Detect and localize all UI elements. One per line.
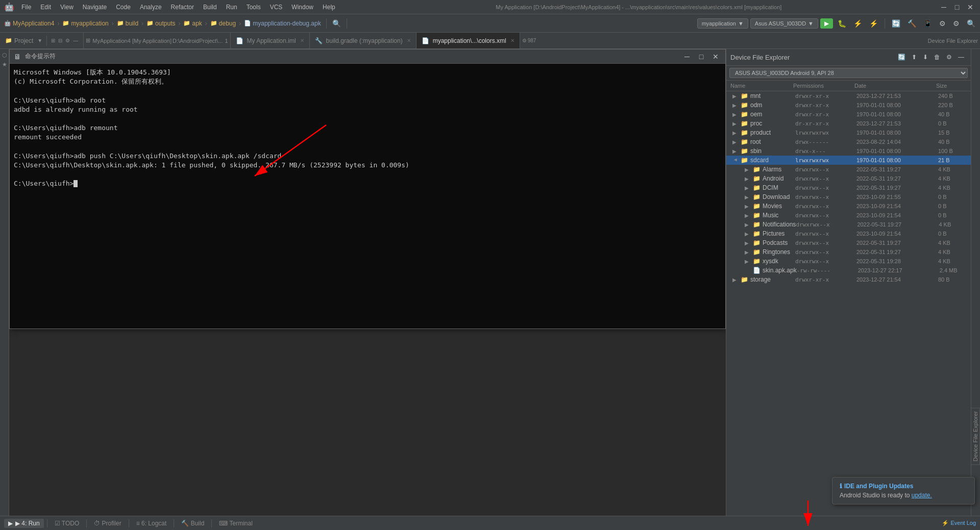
breadcrumb-build[interactable]: 📁 build (115, 19, 140, 28)
tree-item-movies[interactable]: ▶ 📁 Movies drwxrwx--x 2023-10-09 21:54 0… (726, 201, 971, 211)
tree-item-alarms[interactable]: ▶ 📁 Alarms drwxrwx--x 2022-05-31 19:27 4… (726, 165, 971, 174)
device-file-explorer-label[interactable]: Device File Explorer (971, 408, 980, 465)
run-button[interactable]: ▶ (820, 18, 833, 29)
menu-tools[interactable]: Tools (242, 3, 265, 12)
search-button[interactable]: 🔍 (964, 18, 978, 29)
menu-edit[interactable]: Edit (36, 3, 55, 12)
tab-colors-xml[interactable]: 📄 myapplication\...\colors.xml ✕ (416, 33, 520, 48)
maximize-button[interactable]: □ (951, 2, 963, 13)
tree-item-podcasts[interactable]: ▶ 📁 Podcasts drwxrwx--x 2022-05-31 19:27… (726, 238, 971, 247)
tree-name-Notifications: ▶ 📁 Notifications (728, 221, 796, 228)
breadcrumb-apkfile[interactable]: 📄 myapplication-debug.apk (242, 19, 323, 28)
menu-navigate[interactable]: Navigate (79, 3, 111, 12)
menu-view[interactable]: View (56, 3, 78, 12)
size-sdcard: 21 B (938, 157, 969, 163)
sidebar-icon-build[interactable]: ⬡ (1, 51, 9, 59)
tab-terminal[interactable]: ⌨ Terminal (215, 519, 256, 528)
tree-item-notifications[interactable]: ▶ 📁 Notifications drwxrwx--x 2022-05-31 … (726, 220, 971, 229)
menu-run[interactable]: Run (222, 3, 241, 12)
tree-arrow: ▶ (745, 176, 751, 182)
panel-settings[interactable]: ⚙ (944, 52, 954, 62)
terminal-content[interactable]: Microsoft Windows [版本 10.0.19045.3693] (… (10, 64, 725, 329)
tab-logcat[interactable]: ≡ 6: Logcat (132, 519, 171, 528)
size-product: 15 B (938, 130, 969, 136)
tab-profiler[interactable]: ⏱ Profiler (90, 519, 125, 528)
tab-run[interactable]: ▶ ▶ 4: Run (4, 519, 44, 528)
close-tab-iml[interactable]: ✕ (300, 38, 304, 43)
tree-item-dcim[interactable]: ▶ 📁 DCIM drwxrwx--x 2022-05-31 19:27 4 K… (726, 183, 971, 192)
tree-item-sbin[interactable]: ▶ 📁 sbin drwx-x--- 1970-01-01 08:00 100 … (726, 146, 971, 156)
sync-button[interactable]: 🔄 (889, 18, 903, 29)
tree-item-oem[interactable]: ▶ 📁 oem drwxr-xr-x 1970-01-01 08:00 40 B (726, 110, 971, 119)
terminal-maximize[interactable]: □ (696, 51, 707, 62)
tab-build[interactable]: 🔨 Build (177, 519, 208, 528)
settings-button[interactable]: ⚙ (950, 18, 962, 29)
menu-help[interactable]: Help (318, 3, 339, 12)
tree-item-sdcard[interactable]: ▼ 📁 sdcard lrwxrwxrwx 1970-01-01 08:00 2… (726, 156, 971, 165)
gradle-sync-button[interactable]: 🔨 (905, 18, 919, 29)
delete-button[interactable]: 🗑 (932, 52, 943, 62)
tree-item-music[interactable]: ▶ 📁 Music drwxrwx--x 2023-10-09 21:54 0 … (726, 211, 971, 220)
minimize-button[interactable]: ─ (938, 2, 949, 13)
search-everywhere-button[interactable]: 🔍 (330, 18, 344, 29)
file-tree-header: Name Permissions Date Size (726, 81, 971, 91)
date-oem: 1970-01-01 08:00 (856, 111, 938, 117)
close-button[interactable]: ✕ (965, 2, 976, 13)
tree-item-skin-apk-apk[interactable]: 📄 skin.apk.apk -rw-rw---- 2023-12-27 22:… (726, 266, 971, 275)
tree-item-product[interactable]: ▶ 📁 product lrwxrwxrwx 1970-01-01 08:00 … (726, 128, 971, 137)
tree-item-odm[interactable]: ▶ 📁 odm drwxr-xr-x 1970-01-01 08:00 220 … (726, 100, 971, 110)
update-link[interactable]: update. (912, 492, 932, 499)
menu-build[interactable]: Build (199, 3, 221, 12)
tree-item-download[interactable]: ▶ 📁 Download drwxrwx--x 2023-10-09 21:55… (726, 192, 971, 201)
avd-manager-button[interactable]: 📱 (921, 18, 935, 29)
close-tab-colors[interactable]: ✕ (510, 38, 514, 43)
tree-arrow: ▶ (732, 121, 739, 127)
menu-refactor[interactable]: Refactor (167, 3, 198, 12)
size-Android: 4 KB (938, 175, 969, 182)
tab-build-gradle[interactable]: 🔧 build.gradle (:myapplication) ✕ (310, 33, 416, 48)
profile-button[interactable]: ⚡ (851, 18, 865, 29)
app-config-dropdown[interactable]: myapplication ▼ (697, 18, 748, 29)
terminal-minimize[interactable]: ─ (681, 51, 693, 62)
device-dropdown[interactable]: Asus ASUS_I003DD ▼ (750, 18, 818, 29)
apply-changes-button[interactable]: ⚡ (867, 18, 880, 29)
tab-application-iml[interactable]: 📄 My Application.iml ✕ (231, 33, 310, 48)
sdk-manager-button[interactable]: ⚙ (937, 18, 948, 29)
menu-window[interactable]: Window (287, 3, 317, 12)
tree-item-android[interactable]: ▶ 📁 Android drwxrwx--x 2022-05-31 19:27 … (726, 174, 971, 183)
menu-file[interactable]: File (17, 3, 35, 12)
folder-icon: 📁 (753, 203, 761, 210)
tree-item-storage[interactable]: ▶ 📁 storage drwxr-xr-x 2023-12-27 21:54 … (726, 275, 971, 284)
menu-analyze[interactable]: Analyze (136, 3, 166, 12)
breadcrumb-apk[interactable]: 📁 apk (181, 19, 204, 28)
tree-item-pictures[interactable]: ▶ 📁 Pictures drwxrwx--x 2023-10-09 21:54… (726, 229, 971, 238)
breadcrumb-outputs[interactable]: 📁 outputs (144, 19, 177, 28)
tree-item-xysdk[interactable]: ▶ 📁 xysdk drwxrwx--x 2022-05-31 19:28 4 … (726, 257, 971, 266)
debug-button[interactable]: 🐛 (835, 18, 849, 29)
breadcrumb: 🤖 MyApplication4 › 📁 myapplication › 📁 b… (2, 19, 323, 28)
tree-item-ringtones[interactable]: ▶ 📁 Ringtones drwxrwx--x 2022-05-31 19:2… (726, 247, 971, 257)
tab-project[interactable]: 📁 Project ▼ ⊞ ⊟ ⚙ — (0, 33, 84, 48)
refresh-button[interactable]: 🔄 (895, 52, 908, 62)
upload-button[interactable]: ⬆ (909, 52, 919, 62)
terminal-title: 命令提示符 (25, 52, 681, 61)
sidebar-icon-favorites[interactable]: ★ (1, 60, 9, 68)
tree-item-proc[interactable]: ▶ 📁 proc dr-xr-xr-x 2023-12-27 21:53 0 B (726, 119, 971, 128)
date-Download: 2023-10-09 21:55 (856, 194, 938, 200)
close-tab-gradle[interactable]: ✕ (407, 38, 411, 43)
breadcrumb-app[interactable]: 🤖 MyApplication4 (2, 19, 56, 28)
tab-todo[interactable]: ☑ TODO (51, 519, 84, 528)
date-DCIM: 2022-05-31 19:27 (856, 185, 938, 191)
tree-item-root[interactable]: ▶ 📁 root drwx------ 2023-08-22 14:04 40 … (726, 137, 971, 146)
device-select[interactable]: ASUS ASUS_I003DD Android 9, API 28 (729, 68, 968, 78)
breadcrumb-module[interactable]: 📁 myapplication (60, 19, 110, 28)
tree-arrow: ▶ (745, 167, 751, 172)
menu-vcs[interactable]: VCS (266, 3, 287, 12)
panel-minimize[interactable]: — (955, 52, 967, 62)
event-log-link[interactable]: ⚡ Event Log (942, 520, 976, 526)
download-button[interactable]: ⬇ (920, 52, 930, 62)
breadcrumb-debug[interactable]: 📁 debug (208, 19, 238, 28)
terminal-close[interactable]: ✕ (710, 51, 721, 62)
menu-code[interactable]: Code (112, 3, 135, 12)
tree-item-mnt[interactable]: ▶ 📁 mnt drwxr-xr-x 2023-12-27 21:53 240 … (726, 91, 971, 100)
